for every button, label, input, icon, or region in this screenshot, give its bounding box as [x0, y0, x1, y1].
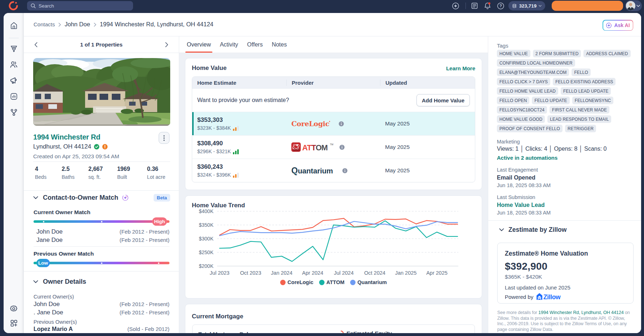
sidebar-item-marketing[interactable] — [9, 76, 18, 85]
svg-text:Q: Q — [291, 166, 297, 175]
info-icon[interactable] — [339, 121, 344, 127]
legend-item-quantarium[interactable]: Quantarium — [350, 279, 387, 285]
chevron-down-icon — [636, 5, 640, 7]
news-list-icon[interactable] — [470, 1, 479, 10]
owner-period: (Feb 2012 - Present) — [120, 229, 169, 235]
stat-label: Baths — [62, 174, 88, 180]
stat-label: Lot acre — [147, 174, 170, 180]
own-estimate-prompt: Want to provide your own estimate? — [197, 97, 289, 103]
sidebar-item-filter[interactable] — [9, 44, 18, 53]
breadcrumb-row: Contacts John Doe 1994 Winchester Rd, Ly… — [24, 13, 641, 36]
sidebar-item-home[interactable] — [9, 21, 18, 30]
credits-counter[interactable]: 323,719 — [508, 1, 545, 10]
estimate-range: $296K - $321K — [197, 149, 231, 154]
info-icon[interactable] — [339, 145, 345, 150]
ai-sparkle-icon[interactable] — [451, 1, 460, 10]
confidence-bars-icon — [233, 172, 239, 178]
tab-activity[interactable]: Activity — [220, 36, 238, 53]
property-stat-beds: 4Beds — [35, 166, 62, 180]
tag-chip: ADDRESS CLAIMED — [583, 50, 630, 57]
home-value-row-corelogic[interactable]: $353,303$323K - $384KCoreLogicMay 2025 — [192, 112, 475, 135]
search-icon — [31, 3, 36, 8]
tab-offers[interactable]: Offers — [247, 36, 263, 53]
disclaimer-text: See more details for — [497, 310, 538, 315]
legend-item-corelogic[interactable]: CoreLogic — [280, 279, 313, 285]
collapse-chevron-icon[interactable] — [499, 228, 504, 231]
current-mortgage-title: Current Mortgage — [192, 313, 243, 320]
home-value-row-quantarium[interactable]: $360,243$324K - $396KQuantariumMay 2025 — [192, 159, 475, 182]
help-icon[interactable]: ? — [496, 1, 505, 10]
last-submission-link[interactable]: Home Value Lead — [497, 202, 545, 208]
divider — [33, 162, 170, 162]
divider — [24, 271, 179, 271]
tag-chip: FELLO CLICK > 7 DAYS — [497, 78, 550, 85]
breadcrumb-chevron-icon — [58, 23, 61, 27]
stat-label: Beds — [35, 174, 62, 180]
column-header-provider: Provider — [286, 80, 380, 86]
add-home-value-button[interactable]: Add Home Value — [416, 94, 470, 106]
current-owner-match-label: Current Owner Match — [34, 209, 91, 216]
primary-action-button[interactable] — [552, 1, 623, 11]
property-stat-built: 1969Built — [117, 166, 147, 180]
ask-ai-button[interactable]: Ask AI — [603, 20, 633, 31]
svg-text:Oct 2024: Oct 2024 — [364, 270, 385, 276]
tag-chip: HOME VALUE GOOD — [497, 115, 545, 123]
last-submission-time: Jun 18, 2025 08:33 AM — [497, 210, 551, 216]
property-photo[interactable] — [33, 58, 170, 126]
zillow-address-link[interactable]: 1994 Winchester Rd, Lyndhurst, OH 44124 — [538, 310, 623, 315]
property-stat-lot-acre: 0.36Lot acre — [147, 166, 170, 180]
column-header-updated: Updated — [380, 80, 475, 86]
svg-text:Jan 2025: Jan 2025 — [395, 270, 417, 276]
estimate-updated: May 2025 — [380, 144, 475, 150]
last-engagement-label: Last Engagement — [497, 167, 538, 173]
sidebar-rail — [4, 13, 24, 333]
search-input[interactable]: Search — [27, 1, 133, 10]
learn-more-link[interactable]: Learn More — [446, 65, 475, 71]
tabs: OverviewActivityOffersNotes — [179, 36, 488, 53]
tab-overview[interactable]: Overview — [187, 36, 211, 53]
tag-chip: 2 FORM SUBMITTED — [533, 50, 581, 57]
notifications-bell-icon[interactable] — [483, 1, 492, 10]
previous-owner-match-label: Previous Owner Match — [34, 251, 94, 257]
property-city: Lyndhurst, OH 44124 — [33, 143, 91, 150]
overview-column: OverviewActivityOffersNotes Home Value L… — [179, 36, 488, 333]
tag-chip: FELLO — [572, 68, 591, 76]
breadcrumb-contacts[interactable]: Contacts — [34, 21, 55, 27]
current-owner-match-slider: High — [34, 220, 169, 223]
tags-list: HOME VALUE2 FORM SUBMITTEDADDRESS CLAIME… — [497, 50, 635, 132]
sidebar-item-apps[interactable] — [9, 318, 18, 328]
active-automations-link[interactable]: Active in 2 automations — [497, 155, 557, 161]
property-menu-button[interactable] — [159, 132, 169, 144]
stat-label: sq. ft. — [88, 174, 117, 180]
breadcrumb-contact-name[interactable]: John Doe — [65, 21, 90, 28]
sidebar-item-reports[interactable] — [9, 92, 18, 101]
collapse-chevron-icon[interactable] — [33, 196, 38, 199]
sidebar-item-automations[interactable] — [9, 107, 18, 117]
property-address-title[interactable]: 1994 Winchester Rd — [33, 133, 100, 141]
sidebar-item-settings[interactable] — [9, 304, 18, 313]
info-icon[interactable] — [342, 168, 348, 173]
app-logo-icon[interactable] — [9, 1, 18, 10]
property-stat-sq-ft-: 2,667sq. ft. — [88, 166, 117, 180]
mortgage-row: Total Mortgage Balance Estimated Equity — [193, 325, 475, 333]
current-mortgage-table: Total Mortgage Balance Estimated Equity — [192, 324, 475, 333]
tag-chip: LEAD RESPONDS TO EMAIL — [547, 115, 611, 123]
tag-chip: FELLO EXISTING ADDRESS — [553, 78, 616, 85]
legend-item-attom[interactable]: ATTOM — [319, 279, 344, 285]
next-property-button[interactable] — [163, 41, 171, 49]
sidebar-item-contacts[interactable] — [9, 60, 18, 69]
stat-value: 4 — [35, 166, 62, 172]
legend-label: CoreLogic — [287, 279, 313, 285]
credits-value: 323,719 — [519, 3, 537, 9]
tag-chip: CONFIRMED LOCAL HOMEOWNER — [497, 59, 575, 67]
home-value-card: Home Value Learn More Home EstimateProvi… — [185, 58, 482, 190]
tab-notes[interactable]: Notes — [272, 36, 287, 53]
top-navigation-bar: Search ? 323,719 — [0, 0, 644, 12]
previous-property-button[interactable] — [32, 41, 40, 49]
home-value-row-attom[interactable]: $308,490$296K - $321KATTOMTMMay 2025 — [192, 135, 475, 159]
verified-badge-icon — [94, 144, 100, 150]
legend-dot — [319, 280, 325, 285]
collapse-chevron-icon[interactable] — [33, 280, 38, 283]
zestimate-range: $365K - $420K — [505, 274, 626, 280]
user-menu[interactable] — [625, 0, 642, 11]
